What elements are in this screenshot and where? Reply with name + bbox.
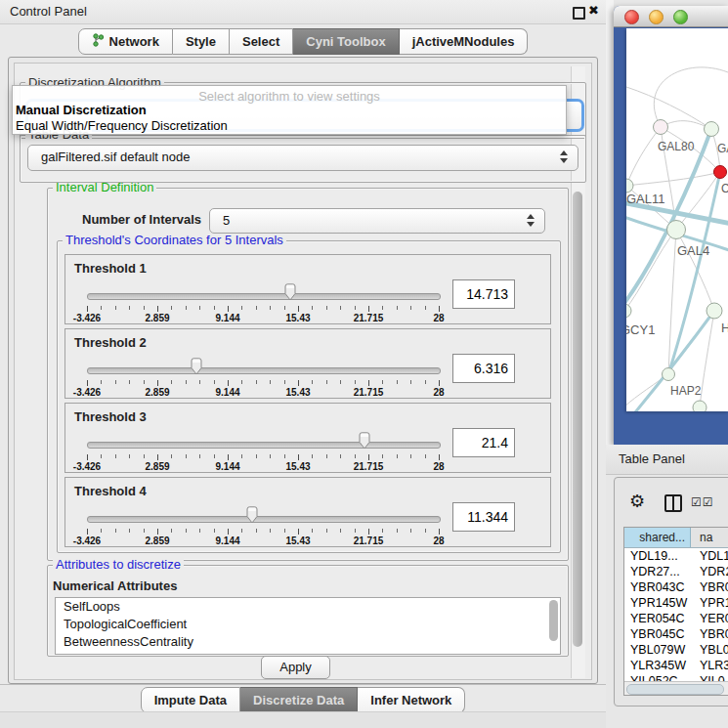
cell-name[interactable]: YBR0 <box>691 579 728 595</box>
tab-label: Network <box>109 34 159 49</box>
minimize-traffic-light-icon[interactable] <box>649 10 664 24</box>
number-of-intervals-combo[interactable]: 5 <box>209 208 545 234</box>
tab-style[interactable]: Style <box>173 28 230 55</box>
tab-label: Infer Network <box>370 693 451 707</box>
network-node[interactable] <box>654 120 668 135</box>
tick-mark <box>425 306 426 310</box>
tick-mark <box>199 529 200 533</box>
network-node[interactable] <box>693 401 707 411</box>
column-header-shared-name[interactable]: shared... <box>624 528 691 547</box>
table-row[interactable]: YDR27...YDR2 <box>624 564 728 579</box>
attribute-item[interactable]: TopologicalCoefficient <box>56 616 560 633</box>
tick-mark <box>425 380 426 384</box>
cell-shared-name[interactable]: YBR043C <box>624 579 691 595</box>
threshold-value-field[interactable]: 21.4 <box>452 428 515 457</box>
tick-label: 21.715 <box>354 387 384 398</box>
table-row[interactable]: YPR145WYPR1 <box>624 595 728 611</box>
table-row[interactable]: YLR345WYLR3 <box>624 658 728 673</box>
table-row[interactable]: YER054CYER0 <box>624 611 728 626</box>
tab-discretize-data[interactable]: Discretize Data <box>240 687 358 713</box>
slider-track[interactable] <box>87 367 441 374</box>
slider-thumb[interactable] <box>357 432 372 450</box>
slider-thumb[interactable] <box>189 358 204 376</box>
tick-mark <box>397 380 398 384</box>
list-scrollbar[interactable] <box>549 600 558 641</box>
table-hscrollbar[interactable] <box>624 681 728 695</box>
cell-shared-name[interactable]: YDR27... <box>624 564 691 579</box>
cell-name[interactable]: YDL1 <box>691 548 728 564</box>
slider-track[interactable] <box>87 516 441 523</box>
tab-cyni-toolbox[interactable]: Cyni Toolbox <box>293 28 399 55</box>
tick-mark <box>228 380 229 386</box>
numerical-attributes-label: Numerical Attributes <box>53 578 177 593</box>
apply-button[interactable]: Apply <box>261 656 330 679</box>
attribute-item[interactable]: SelfLoops <box>56 598 560 616</box>
tick-mark <box>410 380 411 384</box>
network-node[interactable] <box>663 368 675 381</box>
float-window-icon[interactable] <box>573 7 585 20</box>
attribute-item[interactable]: BetweennessCentrality <box>56 633 560 651</box>
cell-shared-name[interactable]: YER054C <box>624 611 691 626</box>
node-attribute-table[interactable]: shared...na YDL19...YDL1YDR27...YDR2YBR0… <box>623 527 728 696</box>
network-canvas[interactable]: GAL80GACGAL11GAL4GCY1HHAP2 <box>626 28 728 411</box>
cell-name[interactable]: YBR0 <box>691 626 728 642</box>
columns-icon[interactable] <box>664 494 682 512</box>
threshold-value-field[interactable]: 6.316 <box>452 354 515 383</box>
tick-label: 28 <box>433 461 444 472</box>
network-node[interactable] <box>707 303 722 319</box>
table-data-combo[interactable]: galFiltered.sif default node <box>27 145 578 171</box>
tab-jactivemnodules[interactable]: jActiveMNodules <box>400 28 529 55</box>
table-row[interactable]: YDL19...YDL1 <box>624 548 728 564</box>
threshold-value-field[interactable]: 14.713 <box>452 279 515 309</box>
cell-shared-name[interactable]: YDL19... <box>624 548 691 564</box>
zoom-traffic-light-icon[interactable] <box>673 10 688 24</box>
algorithm-option[interactable]: Equal Width/Frequency Discretization <box>16 118 563 133</box>
threshold-value-field[interactable]: 11.344 <box>452 502 515 532</box>
tick-mark <box>157 529 158 535</box>
panel-scrollbar-thumb[interactable] <box>573 192 582 647</box>
cell-name[interactable]: YBL0 <box>691 642 728 658</box>
cell-name[interactable]: YER0 <box>691 611 728 626</box>
tick-mark <box>241 454 242 458</box>
tick-mark <box>171 306 172 310</box>
numerical-attributes-list[interactable]: SelfLoopsTopologicalCoefficientBetweenne… <box>55 597 561 655</box>
tick-mark <box>228 454 229 460</box>
tick-mark <box>382 454 383 458</box>
slider-thumb[interactable] <box>282 283 298 302</box>
close-icon[interactable]: ✖ <box>588 3 599 18</box>
network-node[interactable] <box>714 166 727 179</box>
table-hscrollbar-thumb[interactable] <box>626 684 724 695</box>
cell-shared-name[interactable]: YBR045C <box>624 626 691 642</box>
tab-network[interactable]: Network <box>78 28 173 55</box>
tick-mark <box>284 529 285 533</box>
tick-mark <box>397 306 398 310</box>
tab-select[interactable]: Select <box>230 28 293 55</box>
network-node[interactable] <box>626 304 631 318</box>
cell-name[interactable]: YLR3 <box>691 658 728 673</box>
tick-mark <box>144 306 145 310</box>
slider-track[interactable] <box>87 293 441 300</box>
cell-shared-name[interactable]: YLR345W <box>624 658 691 673</box>
algorithm-option[interactable]: Manual Discretization <box>16 103 563 117</box>
column-header-name[interactable]: na <box>691 528 728 547</box>
slider-thumb[interactable] <box>244 506 260 525</box>
tab-label: Select <box>242 34 279 49</box>
network-icon <box>92 33 105 50</box>
checkboxes-icon[interactable]: ☑☑ <box>691 495 714 509</box>
tab-infer-network[interactable]: Infer Network <box>358 687 465 713</box>
table-row[interactable]: YBR045CYBR0 <box>624 626 728 642</box>
cell-shared-name[interactable]: YPR145W <box>624 595 691 611</box>
slider-track[interactable] <box>87 442 441 449</box>
cell-name[interactable]: YPR1 <box>691 595 728 611</box>
table-row[interactable]: YBL079WYBL0 <box>624 642 728 658</box>
network-node[interactable] <box>667 221 686 239</box>
tick-label: 9.144 <box>215 461 239 472</box>
network-node[interactable] <box>705 122 719 137</box>
close-traffic-light-icon[interactable] <box>624 10 639 24</box>
table-row[interactable]: YBR043CYBR0 <box>624 579 728 595</box>
tick-mark <box>312 454 313 458</box>
cell-shared-name[interactable]: YBL079W <box>624 642 691 658</box>
cell-name[interactable]: YDR2 <box>691 564 728 579</box>
gear-icon[interactable]: ⚙ <box>629 492 645 510</box>
tab-impute-data[interactable]: Impute Data <box>141 687 240 713</box>
